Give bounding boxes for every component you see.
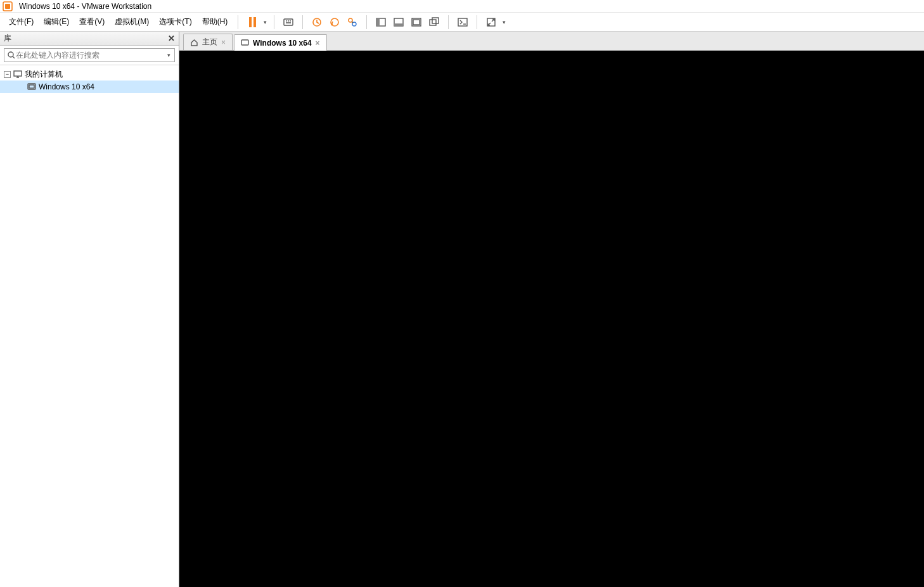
content-area: 主页 × Windows 10 x64 × xyxy=(179,32,924,587)
toolbar-separator xyxy=(366,15,367,29)
library-tree: − 我的计算机 Windows 10 x64 xyxy=(0,65,179,96)
thumbnail-bar-button[interactable] xyxy=(390,14,407,30)
show-library-button[interactable] xyxy=(372,14,390,30)
snapshot-icon xyxy=(311,16,323,28)
unity-icon xyxy=(457,16,468,28)
hide-console-tabs-button[interactable] xyxy=(407,14,425,30)
home-icon xyxy=(190,38,198,46)
library-search-input[interactable] xyxy=(16,51,166,60)
fullscreen-icon xyxy=(485,16,497,28)
tree-collapse-icon[interactable]: − xyxy=(4,71,11,78)
tree-root-label: 我的计算机 xyxy=(25,69,63,80)
tree-item-windows10[interactable]: Windows 10 x64 xyxy=(0,81,179,93)
snapshot-manager-icon xyxy=(347,16,358,28)
search-dropdown[interactable]: ▾ xyxy=(166,52,172,58)
tab-home-label: 主页 xyxy=(202,37,217,48)
tab-bar: 主页 × Windows 10 x64 × xyxy=(179,32,924,51)
snapshot-manager-button[interactable] xyxy=(343,14,361,30)
svg-rect-8 xyxy=(376,18,380,26)
take-snapshot-button[interactable] xyxy=(308,14,326,30)
vmware-app-icon xyxy=(3,1,13,11)
window-title: Windows 10 x64 - VMware Workstation xyxy=(19,2,151,11)
thumbnail-bar-icon xyxy=(393,16,404,28)
vm-console-view[interactable] xyxy=(179,51,924,587)
menu-vm[interactable]: 虚拟机(M) xyxy=(110,14,154,30)
hide-tabs-icon xyxy=(411,16,422,28)
svg-rect-13 xyxy=(430,20,436,25)
menu-view[interactable]: 查看(V) xyxy=(74,14,110,30)
svg-rect-21 xyxy=(241,40,248,45)
menu-edit[interactable]: 编辑(E) xyxy=(39,14,74,30)
tab-vm-close[interactable]: × xyxy=(316,39,320,47)
library-search-box[interactable]: ▾ xyxy=(4,48,175,62)
svg-rect-1 xyxy=(5,4,10,9)
unity-mode-button[interactable] xyxy=(454,14,472,30)
search-icon xyxy=(7,51,16,60)
tab-vm[interactable]: Windows 10 x64 × xyxy=(234,34,327,51)
svg-point-17 xyxy=(8,52,13,57)
tree-root-my-computer[interactable]: − 我的计算机 xyxy=(0,68,179,81)
pause-vm-button[interactable] xyxy=(243,14,261,30)
library-panel-icon xyxy=(375,16,387,28)
tab-vm-label: Windows 10 x64 xyxy=(253,39,312,48)
main-body: 库 ✕ ▾ − 我的计算机 Windows 10 x64 xyxy=(0,32,924,587)
revert-icon xyxy=(329,16,340,28)
library-title: 库 xyxy=(4,33,11,44)
toolbar-separator xyxy=(238,15,238,29)
svg-rect-10 xyxy=(394,23,403,26)
library-sidebar: 库 ✕ ▾ − 我的计算机 Windows 10 x64 xyxy=(0,32,179,587)
menu-toolbar: 文件(F) 编辑(E) 查看(V) 虚拟机(M) 选项卡(T) 帮助(H) ▾ xyxy=(0,13,924,32)
svg-rect-14 xyxy=(432,18,439,23)
pause-icon xyxy=(249,17,256,27)
revert-snapshot-button[interactable] xyxy=(326,14,343,30)
menu-help[interactable]: 帮助(H) xyxy=(197,14,233,30)
library-close-button[interactable]: ✕ xyxy=(168,34,175,42)
tab-home-close[interactable]: × xyxy=(221,39,226,46)
menu-tabs[interactable]: 选项卡(T) xyxy=(154,14,196,30)
vm-icon xyxy=(27,82,36,91)
fullscreen-button[interactable] xyxy=(482,14,500,30)
fullscreen-dropdown[interactable]: ▾ xyxy=(500,19,508,25)
library-header: 库 ✕ xyxy=(0,32,179,46)
toolbar-separator xyxy=(477,15,477,29)
send-cad-icon xyxy=(283,16,294,28)
power-dropdown[interactable]: ▾ xyxy=(261,19,269,25)
computer-icon xyxy=(13,70,22,79)
title-bar: Windows 10 x64 - VMware Workstation xyxy=(0,0,924,13)
menu-file[interactable]: 文件(F) xyxy=(4,14,39,30)
toolbar-separator xyxy=(448,15,449,29)
toolbar-separator xyxy=(302,15,303,29)
tree-item-label: Windows 10 x64 xyxy=(39,82,94,91)
svg-rect-20 xyxy=(29,85,34,88)
library-search-wrap: ▾ xyxy=(0,46,179,65)
vm-tab-icon xyxy=(241,39,249,47)
toolbar-separator xyxy=(274,15,274,29)
svg-rect-2 xyxy=(284,19,293,25)
svg-rect-15 xyxy=(458,18,467,26)
new-window-icon xyxy=(428,16,440,28)
tab-home[interactable]: 主页 × xyxy=(183,34,233,50)
svg-rect-18 xyxy=(14,71,22,76)
svg-rect-12 xyxy=(413,20,420,25)
send-ctrl-alt-del-button[interactable] xyxy=(279,14,297,30)
open-new-window-button[interactable] xyxy=(425,14,443,30)
